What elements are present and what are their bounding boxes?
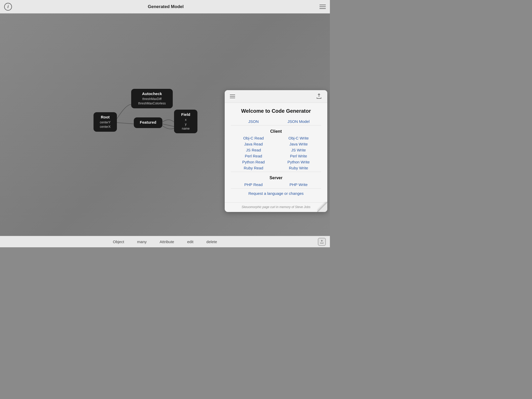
node-field-title: Field [178,112,193,117]
python-write-link[interactable]: Python Write [276,160,321,164]
java-write-link[interactable]: Java Write [276,142,321,146]
page-curl [317,202,327,212]
panel-json-row: JSON JSON Model [231,119,321,124]
footer-text: Skeuomorphic page curl in memory of Stev… [242,205,310,209]
js-write-link[interactable]: JS Write [276,148,321,152]
bottom-many-btn[interactable]: many [137,240,147,244]
request-row: Request a language or changes [231,191,321,196]
perl-read-link[interactable]: Perl Read [231,154,276,158]
panel-title: Welcome to Code Generator [231,108,321,114]
java-read-link[interactable]: Java Read [231,142,276,146]
share-icon [320,240,324,244]
divider-2 [231,172,321,172]
python-row: Python Read Python Write [231,160,321,164]
bottom-bar: Object many Attribute edit delete [0,236,330,247]
node-root-attrs: centerYcenterX [98,120,113,129]
node-autocheck[interactable]: Autocheck threshMaxDiffthreshMaxColorles… [131,89,173,108]
objc-write-link[interactable]: Obj-C Write [276,136,321,140]
node-field-attrs: xyname [178,118,193,131]
node-featured[interactable]: Featured [134,117,162,128]
server-section-title: Server [231,176,321,180]
php-row: PHP Read PHP Write [231,182,321,187]
panel-toolbar [225,90,327,103]
node-featured-title: Featured [140,120,156,124]
node-root[interactable]: Root centerYcenterX [94,112,117,132]
panel-share-icon[interactable] [316,93,322,99]
json-model-link[interactable]: JSON Model [276,119,321,124]
node-autocheck-title: Autocheck [135,91,169,96]
top-bar: i Generated Model [0,0,330,14]
client-section-title: Client [231,129,321,134]
page-title: Generated Model [148,4,184,9]
bottom-share-button[interactable] [318,238,326,246]
node-autocheck-attrs: threshMaxDiffthreshMaxColorless [135,97,169,106]
json-link[interactable]: JSON [231,119,276,124]
objc-read-link[interactable]: Obj-C Read [231,136,276,140]
python-read-link[interactable]: Python Read [231,160,276,164]
js-read-link[interactable]: JS Read [231,148,276,152]
divider-1 [231,125,321,125]
info-icon[interactable]: i [4,3,12,11]
java-row: Java Read Java Write [231,142,321,146]
canvas[interactable]: Root centerYcenterX Autocheck threshMaxD… [0,14,330,236]
perl-row: Perl Read Perl Write [231,154,321,158]
ruby-read-link[interactable]: Ruby Read [231,166,276,170]
perl-write-link[interactable]: Perl Write [276,154,321,158]
js-row: JS Read JS Write [231,148,321,152]
bottom-attribute-btn[interactable]: Attribute [160,240,174,244]
panel-menu-icon[interactable] [230,95,235,98]
code-generator-panel: Welcome to Code Generator JSON JSON Mode… [225,90,327,212]
info-label: i [8,4,9,9]
divider-3 [231,188,321,189]
panel-footer: Skeuomorphic page curl in memory of Stev… [225,202,327,212]
bottom-object-btn[interactable]: Object [113,240,124,244]
ruby-write-link[interactable]: Ruby Write [276,166,321,170]
node-field[interactable]: Field xyname [174,110,197,133]
php-write-link[interactable]: PHP Write [276,182,321,187]
panel-body: Welcome to Code Generator JSON JSON Mode… [225,103,327,202]
bottom-delete-btn[interactable]: delete [207,240,217,244]
ruby-row: Ruby Read Ruby Write [231,166,321,170]
objc-row: Obj-C Read Obj-C Write [231,136,321,140]
node-root-title: Root [98,115,113,119]
request-language-link[interactable]: Request a language or changes [231,191,321,196]
menu-icon[interactable] [320,5,326,9]
php-read-link[interactable]: PHP Read [231,182,276,187]
bottom-edit-btn[interactable]: edit [187,240,193,244]
